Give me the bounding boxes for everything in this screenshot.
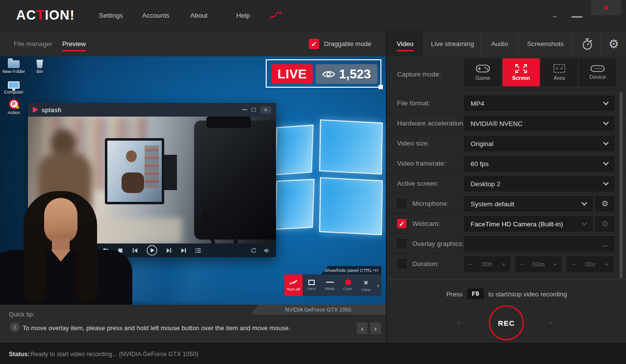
pen-icon[interactable] [270,11,282,20]
resize-handle[interactable] [378,85,383,89]
tab-file-manager[interactable]: File manager [14,31,52,56]
capture-mode-area[interactable]: Area [541,58,578,86]
close-button[interactable]: × [591,0,621,15]
menu-help[interactable]: Help [236,0,250,31]
status-label: Status: [9,351,29,358]
windows-logo-pane [275,124,313,175]
computer-icon [0,78,27,89]
tray-minimize-button[interactable] [553,16,557,17]
duration-checkbox[interactable] [397,259,406,268]
duration-seconds-stepper[interactable]: − 00s + [567,256,613,272]
button-label: Width [325,287,334,291]
hardware-acceleration-select[interactable]: NVIDIA® NVENC [464,116,615,131]
player-titlebar: splash × [28,103,276,117]
reload-icon [250,247,257,254]
tab-audio[interactable]: Audio [481,31,518,56]
skip-next-icon [166,247,172,254]
annotation-turn-off-button[interactable]: Turn off [284,274,302,296]
plus-icon[interactable]: + [501,261,505,268]
viewer-count: 1,523 [339,67,371,82]
annotation-color-button[interactable]: Color [339,274,357,296]
duration-minutes-value: 00m [532,261,545,268]
quick-tip-text: To move overlay item, please press and h… [23,324,290,332]
player-minimize-icon [242,109,247,110]
quick-tip-title: Quick tip: [9,311,34,318]
capture-mode-screen[interactable]: Screen [502,58,540,86]
live-overlay-item[interactable]: LIVE 1,523 [266,59,381,88]
active-screen-select[interactable]: Desktop 2 [464,176,615,192]
file-format-select[interactable]: MP4 [464,96,615,111]
overlay-graphics-field[interactable]: ... [464,236,615,252]
plus-icon[interactable]: + [553,261,557,268]
folder-icon [0,57,27,68]
tab-label: Screenshots [527,40,564,48]
minus-icon[interactable]: − [469,261,473,268]
person-hair-right [76,224,97,303]
tab-live-streaming[interactable]: Live streaming [424,31,481,56]
webcam-label: Webcam: [412,220,440,227]
annotation-width-button[interactable]: Width [321,274,339,296]
app-logo: ACTION! [16,8,75,23]
scheduler-button[interactable] [573,31,601,56]
settings-scrollbar[interactable] [620,92,623,278]
file-format-label: File format: [397,99,430,107]
color-swatch-icon [345,279,351,285]
rec-button[interactable]: REC [489,305,524,340]
draggable-mode-checkbox[interactable]: ✓ [309,39,319,49]
menu-about[interactable]: About [190,0,207,31]
overlay-graphics-checkbox[interactable] [397,239,406,248]
frame-step-icon [180,247,187,254]
annotation-expand-button[interactable]: › [375,274,381,296]
chevron-right-icon: › [377,282,379,289]
minus-icon[interactable]: − [572,261,576,268]
volume-icon [264,247,270,254]
tab-preview-label: Preview [62,40,86,51]
next-tip-button[interactable]: › [370,322,381,334]
splash-logo-icon [33,107,38,113]
menu-accounts[interactable]: Accounts [142,0,170,31]
draggable-mode-toggle[interactable]: ✓ Draggable mode [309,39,371,49]
video-framerate-row: Video framerate: 60 fps [387,153,626,173]
minimize-button[interactable] [572,16,582,18]
capture-mode-game[interactable]: Game [464,58,501,86]
webcam-select[interactable]: FaceTime HD Camera (Built-in) [464,216,593,232]
settings-button[interactable]: ⚙ [601,31,626,56]
video-framerate-select[interactable]: 60 fps [464,156,615,171]
plus-icon[interactable]: + [604,261,608,268]
webcam-checkbox[interactable]: ✓ [397,219,406,228]
webcam-overlay-item[interactable] [0,190,123,305]
tab-screenshots[interactable]: Screenshots [518,31,573,56]
duration-hours-stepper[interactable]: − 00h + [464,256,510,272]
annotation-rect-button[interactable]: Rect [302,274,321,296]
overlay-graphics-label: Overlay graphics: [412,240,464,247]
microphone-settings-button[interactable]: ⚙ [595,196,615,212]
webcam-settings-button[interactable]: ⚙ [595,216,615,232]
hotkey-keycap: F9 [467,289,484,299]
draggable-mode-label: Draggable mode [324,40,371,48]
device-capture-icon [590,65,605,73]
webcam-row: ✓ Webcam: FaceTime HD Camera (Built-in) … [387,214,626,234]
capture-mode-device[interactable]: Device [579,58,616,86]
active-screen-label: Active screen: [397,180,439,187]
gpu-label: NVIDIA GeForce GTX 1050 [250,305,386,315]
previous-tip-button[interactable]: ‹ [357,322,368,334]
duration-minutes-stepper[interactable]: − 00m + [515,256,562,272]
menu-settings[interactable]: Settings [99,0,123,31]
line-width-icon [326,282,334,283]
minus-icon[interactable]: − [520,261,524,268]
gear-icon: ⚙ [608,38,619,50]
button-label: Clear [361,288,371,292]
microphone-checkbox[interactable] [397,199,406,208]
tab-video[interactable]: Video [387,31,424,56]
microphone-select[interactable]: System default [464,196,593,212]
video-size-select[interactable]: Original [464,136,615,151]
record-section: Press F9 to start/stop video recording R… [387,279,626,343]
tab-preview[interactable]: Preview [62,31,86,56]
gear-icon: ⚙ [601,200,608,208]
selected-value: Original [471,140,494,147]
right-tabbar: Video Live streaming Audio Screenshots ⚙ [387,31,626,56]
selected-value: Desktop 2 [471,180,501,188]
annotation-clear-button[interactable]: × Clear [357,274,375,296]
video-size-label: Video size: [397,140,429,147]
quick-tip-bar: NVIDIA GeForce GTX 1050 Quick tip: i To … [0,305,386,343]
